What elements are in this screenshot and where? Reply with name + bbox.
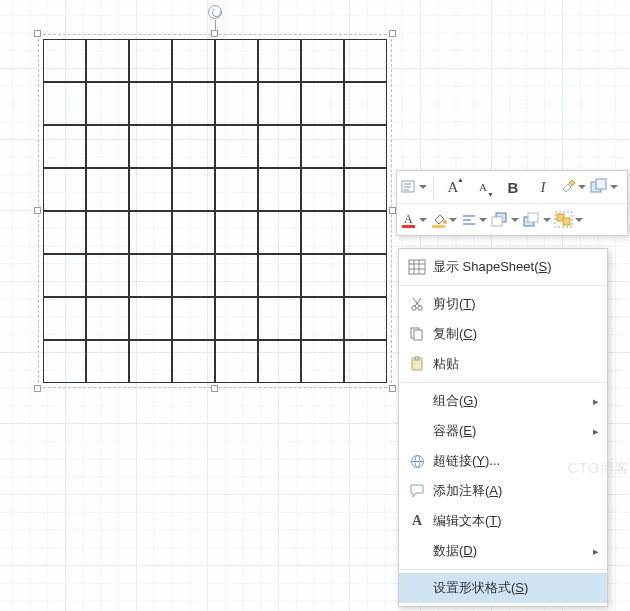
send-back-button[interactable] [523,207,551,233]
menu-cut[interactable]: 剪切(T) [399,289,607,319]
hyperlink-icon [405,454,429,469]
group-button[interactable] [555,207,583,233]
menu-label: 粘贴 [429,355,599,373]
bring-front-button[interactable] [491,207,519,233]
svg-point-25 [412,306,416,310]
italic-button[interactable]: I [530,174,556,200]
shape-styles-button[interactable] [590,174,618,200]
mini-toolbar: A▲ A▼ B I A [396,170,628,236]
fill-color-button[interactable] [431,207,457,233]
drawing-canvas[interactable]: A▲ A▼ B I A [0,0,630,611]
shapesheet-icon [405,260,429,274]
svg-rect-14 [492,217,502,226]
paste-icon [405,357,429,371]
selected-shape[interactable] [39,35,391,387]
menu-format-shape[interactable]: 设置形状格式(S) [399,573,607,603]
menu-label: 添加注释(A) [429,482,599,500]
svg-rect-20 [409,260,425,274]
align-button[interactable] [461,207,487,233]
menu-show-shapesheet[interactable]: 显示 ShapeSheet(S) [399,252,607,282]
svg-rect-7 [402,225,415,228]
menu-data[interactable]: 数据(D) [399,536,607,566]
text-style-button[interactable] [401,174,427,200]
resize-handle-tm[interactable] [211,30,218,37]
menu-edit-text[interactable]: A 编辑文本(T) [399,506,607,536]
format-painter-button[interactable] [560,174,586,200]
rotate-handle[interactable] [208,5,222,19]
menu-label: 容器(E) [429,422,599,440]
menu-label: 复制(C) [429,325,599,343]
menu-label: 剪切(T) [429,295,599,313]
svg-rect-16 [528,213,538,222]
context-menu: 显示 ShapeSheet(S) 剪切(T) 复制(C) 粘贴 组合(G) 容器… [398,248,608,607]
svg-text:A: A [404,212,413,226]
font-color-button[interactable]: A [401,207,427,233]
svg-rect-18 [563,218,570,225]
svg-rect-9 [432,225,445,228]
svg-point-26 [418,306,422,310]
resize-handle-mr[interactable] [389,207,396,214]
svg-point-8 [443,220,447,224]
menu-group[interactable]: 组合(G) [399,386,607,416]
resize-handle-ml[interactable] [34,207,41,214]
menu-paste[interactable]: 粘贴 [399,349,607,379]
resize-handle-tl[interactable] [34,30,41,37]
menu-separator [399,569,607,570]
copy-icon [405,327,429,341]
svg-rect-30 [414,330,422,340]
menu-copy[interactable]: 复制(C) [399,319,607,349]
resize-handle-tr[interactable] [389,30,396,37]
menu-label: 超链接(Y)... [429,452,599,470]
menu-container[interactable]: 容器(E) [399,416,607,446]
menu-separator [399,285,607,286]
menu-label: 数据(D) [429,542,599,560]
menu-label: 编辑文本(T) [429,512,599,530]
menu-label: 组合(G) [429,392,599,410]
cut-icon [405,297,429,311]
menu-label: 显示 ShapeSheet(S) [429,258,599,276]
resize-handle-br[interactable] [389,385,396,392]
comment-icon [405,484,429,498]
menu-separator [399,382,607,383]
menu-label: 设置形状格式(S) [429,579,599,597]
bold-button[interactable]: B [500,174,526,200]
font-grow-button[interactable]: A▲ [440,174,466,200]
menu-hyperlink[interactable]: 超链接(Y)... [399,446,607,476]
font-shrink-button[interactable]: A▼ [470,174,496,200]
menu-add-comment[interactable]: 添加注释(A) [399,476,607,506]
grid-shape[interactable] [43,39,387,383]
resize-handle-bm[interactable] [211,385,218,392]
resize-handle-bl[interactable] [34,385,41,392]
edit-text-icon: A [405,513,429,529]
svg-rect-32 [415,357,419,360]
svg-rect-5 [596,179,606,189]
